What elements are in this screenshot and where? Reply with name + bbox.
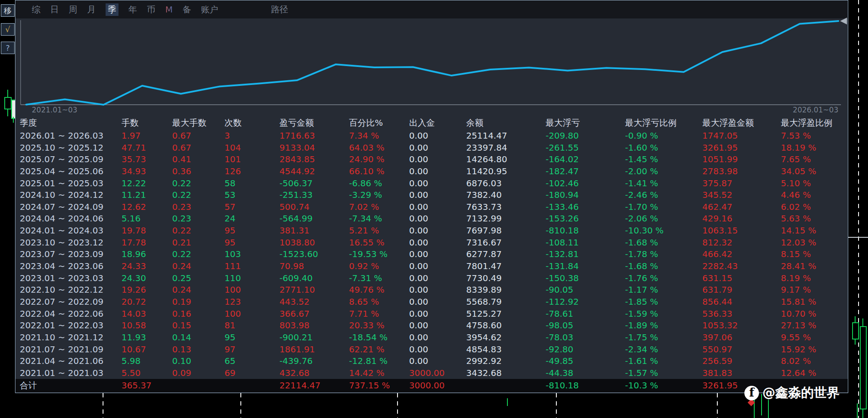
column-header-11[interactable]: 最大浮盈比例	[781, 115, 848, 130]
table-row[interactable]: 2021.10 ~ 2021.1211.930.1495-900.21-18.5…	[15, 332, 848, 344]
cell-2: 0.15	[172, 320, 225, 332]
dashed-gridline	[240, 393, 241, 418]
total-cell-2	[172, 379, 225, 392]
table-row[interactable]: 2021.04 ~ 2021.065.980.1065-439.76-12.81…	[15, 355, 848, 367]
cell-10: 3261.95	[702, 142, 781, 154]
cell-6: 0.00	[409, 237, 466, 249]
cell-0: 2025.07 ~ 2025.09	[20, 154, 121, 166]
table-row[interactable]: 2024.01 ~ 2024.0319.780.2295381.315.21 %…	[15, 225, 848, 237]
cell-2: 0.67	[172, 142, 225, 154]
cell-6: 3000.00	[409, 367, 466, 379]
cell-6: 0.00	[409, 189, 466, 201]
cell-4: 803.98	[279, 320, 349, 332]
equity-chart: 2021.01~03 2026.01~03	[15, 18, 848, 115]
table-row[interactable]: 2022.01 ~ 2022.0310.580.1581803.9820.33 …	[15, 320, 848, 332]
cell-8: -108.11	[546, 237, 625, 249]
cell-6: 0.00	[409, 260, 466, 273]
table-row[interactable]: 2021.01 ~ 2021.035.500.0969432.6814.42 %…	[15, 367, 848, 379]
cell-9: -1.70 %	[625, 201, 702, 213]
equity-chart-svg: 2021.01~03 2026.01~03	[15, 18, 848, 115]
candle-wick	[507, 398, 508, 406]
tab-币[interactable]: 币	[147, 4, 155, 15]
cell-0: 2023.01 ~ 2023.03	[20, 273, 121, 285]
cell-11: 5.63 %	[781, 213, 848, 225]
side-button-2[interactable]: √	[1, 23, 15, 36]
candle-wick	[13, 117, 14, 123]
table-row[interactable]: 2021.07 ~ 2021.0910.670.13971861.9162.21…	[15, 344, 848, 356]
table-row[interactable]: 2026.01 ~ 2026.031.970.6731716.637.34 %0…	[15, 130, 848, 142]
table-row[interactable]: 2023.04 ~ 2023.0624.330.2411170.980.92 %…	[15, 260, 848, 273]
column-header-8[interactable]: 最大浮亏	[546, 115, 625, 130]
cell-3: 100	[225, 308, 279, 320]
column-header-0[interactable]: 季度	[20, 115, 121, 130]
cell-6: 0.00	[409, 332, 466, 344]
desktop: { "toolbar": { "buttons": [ {"label": "移…	[0, 0, 868, 418]
cell-3: 111	[225, 260, 279, 273]
tab-季[interactable]: 季	[106, 3, 118, 16]
cell-2: 0.16	[172, 308, 225, 320]
candlestick	[860, 326, 867, 409]
table-row[interactable]: 2023.10 ~ 2023.1217.780.21951038.8016.55…	[15, 237, 848, 249]
table-row[interactable]: 2025.07 ~ 2025.0935.730.411012843.8524.9…	[15, 154, 848, 166]
column-header-7[interactable]: 余额	[466, 115, 546, 130]
table-row[interactable]: 2022.10 ~ 2022.1219.260.241002771.1049.7…	[15, 284, 848, 296]
column-header-6[interactable]: 出入金	[409, 115, 466, 130]
cell-5: 66.10 %	[349, 166, 409, 178]
cell-9: -1.85 %	[625, 296, 702, 308]
total-cell-7	[466, 379, 546, 392]
cell-4: 432.68	[279, 367, 349, 379]
cell-8: -132.81	[546, 248, 625, 260]
column-header-9[interactable]: 最大浮亏比例	[625, 115, 702, 130]
cell-4: 500.74	[279, 201, 349, 213]
cell-5: 20.33 %	[349, 320, 409, 332]
tab-周[interactable]: 周	[69, 4, 77, 15]
column-header-1[interactable]: 手数	[121, 115, 172, 130]
cell-10: 2282.43	[702, 260, 781, 273]
tab-年[interactable]: 年	[128, 4, 137, 15]
cell-8: -78.61	[546, 308, 625, 320]
table-row[interactable]: 2022.04 ~ 2022.0614.030.16100366.677.71 …	[15, 308, 848, 320]
column-header-5[interactable]: 百分比%	[349, 115, 409, 130]
table-row[interactable]: 2025.01 ~ 2025.0312.220.2258-506.37-6.86…	[15, 178, 848, 190]
tab-账户[interactable]: 账户	[201, 4, 218, 15]
total-cell-4: 22114.47	[279, 379, 349, 392]
table-row[interactable]: 2025.10 ~ 2025.1247.710.671049133.0464.0…	[15, 142, 848, 154]
tab-M[interactable]: M	[165, 4, 173, 15]
table-row[interactable]: 2025.04 ~ 2025.0634.930.361264544.9266.1…	[15, 166, 848, 178]
cell-3: 100	[225, 284, 279, 296]
tab-月[interactable]: 月	[87, 4, 96, 15]
cell-3: 57	[225, 201, 279, 213]
cell-5: -6.86 %	[349, 178, 409, 190]
cell-3: 97	[225, 344, 279, 356]
cell-4: 9133.04	[279, 142, 349, 154]
table-row[interactable]: 2024.04 ~ 2024.065.160.2324-564.99-7.34 …	[15, 213, 848, 225]
table-row[interactable]: 2024.07 ~ 2024.0912.620.2357500.747.02 %…	[15, 201, 848, 213]
column-header-4[interactable]: 盈亏金额	[279, 115, 349, 130]
column-header-2[interactable]: 最大手数	[172, 115, 225, 130]
cell-8: -98.05	[546, 320, 625, 332]
cell-7: 7132.99	[466, 213, 546, 225]
cell-11: 12.64 %	[781, 367, 848, 379]
table-row[interactable]: 2023.07 ~ 2023.0918.960.22103-1523.60-19…	[15, 248, 848, 260]
cell-2: 0.36	[172, 166, 225, 178]
cell-8: -150.38	[546, 273, 625, 285]
tab-路径[interactable]: 路径	[271, 4, 288, 15]
table-row[interactable]: 2022.07 ~ 2022.0920.720.19123443.528.65 …	[15, 296, 848, 308]
cell-3: 95	[225, 237, 279, 249]
cell-6: 0.00	[409, 213, 466, 225]
cell-2: 0.25	[172, 273, 225, 285]
tab-综[interactable]: 综	[32, 4, 40, 15]
cell-2: 0.22	[172, 178, 225, 190]
side-button-3[interactable]: ?	[1, 42, 15, 54]
table-row[interactable]: 2023.01 ~ 2023.0324.300.25110-609.40-7.3…	[15, 273, 848, 285]
cell-1: 12.62	[121, 201, 172, 213]
table-row[interactable]: 2024.10 ~ 2024.1211.210.2253-251.33-3.29…	[15, 189, 848, 201]
cell-5: 0.92 %	[349, 260, 409, 273]
tab-备[interactable]: 备	[182, 4, 191, 15]
column-header-10[interactable]: 最大浮盈金额	[702, 115, 781, 130]
side-button-1[interactable]: 移	[1, 4, 15, 17]
tab-日[interactable]: 日	[50, 4, 59, 15]
cell-6: 0.00	[409, 201, 466, 213]
column-header-3[interactable]: 次数	[225, 115, 279, 130]
watermark-handle: @鑫淼的世界	[762, 384, 840, 402]
